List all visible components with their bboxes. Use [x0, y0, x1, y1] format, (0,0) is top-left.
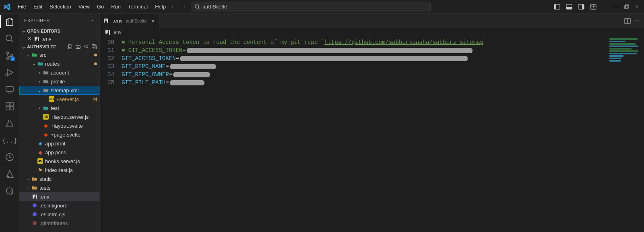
open-editor-item[interactable]: ✕ .env	[19, 34, 99, 43]
window-restore-icon[interactable]	[624, 4, 629, 9]
sidebar: EXPLORER ⋯ ⌄ OPEN EDITORS ✕ .env ⌄ AUTHS…	[19, 14, 100, 232]
title-bar: File Edit Selection View Go Run Terminal…	[0, 0, 644, 14]
activity-debug-icon[interactable]	[5, 68, 14, 77]
folder-icon	[43, 70, 49, 75]
tab-env[interactable]: .env authSvelte ✕	[100, 14, 159, 28]
project-header[interactable]: ⌄ AUTHSVELTE	[19, 43, 99, 50]
redacted-value	[170, 80, 204, 85]
activity-timeline-icon[interactable]	[5, 152, 14, 162]
tree-file-env[interactable]: .env	[19, 192, 99, 201]
refresh-icon[interactable]	[83, 44, 89, 50]
toggle-panel-bottom-icon[interactable]	[566, 4, 572, 10]
line-gutter: 30 31 32 33 34 35	[100, 37, 120, 232]
file-tree: ⌄src ⌄routes ›account ›profile ⌄sitemap.…	[19, 50, 99, 232]
tab-close-icon[interactable]: ✕	[151, 18, 155, 24]
tree-folder-sitemap[interactable]: ⌄sitemap.xml	[19, 86, 99, 95]
svg-rect-33	[93, 46, 96, 49]
window-minimize-icon[interactable]: —	[613, 4, 619, 10]
tree-file-hooks[interactable]: JShooks.server.js	[19, 157, 99, 166]
svg-point-16	[7, 58, 9, 60]
tree-folder-account[interactable]: ›account	[19, 68, 99, 77]
svg-rect-5	[566, 7, 572, 9]
js-file-icon: JS	[43, 114, 49, 120]
svg-rect-7	[582, 4, 584, 9]
test-file-icon: ⚑	[37, 167, 43, 173]
tree-file-gitattributes[interactable]: .gitattributes	[19, 219, 99, 228]
toggle-panel-left-icon[interactable]	[554, 4, 560, 10]
svg-rect-3	[554, 4, 556, 9]
nav-back-icon[interactable]: ←	[171, 4, 176, 10]
menu-selection[interactable]: Selection	[46, 2, 74, 11]
menu-view[interactable]: View	[75, 2, 93, 11]
activity-extensions-icon[interactable]	[5, 102, 14, 111]
activity-search-icon[interactable]	[5, 34, 14, 44]
minimap[interactable]	[609, 38, 642, 66]
folder-icon	[43, 88, 49, 93]
env-file-icon	[35, 37, 39, 41]
tree-file-app-pcss[interactable]: ◆app.pcss	[19, 148, 99, 157]
activity-testing-icon[interactable]	[5, 118, 14, 128]
activity-source-control-icon[interactable]: 2	[5, 51, 14, 60]
nav-forward-icon[interactable]: →	[181, 4, 186, 10]
collapse-all-icon[interactable]	[91, 44, 97, 50]
tree-file-eslintignore[interactable]: .eslintignore	[19, 201, 99, 210]
new-folder-icon[interactable]	[75, 44, 81, 50]
tree-folder-test[interactable]: ›test	[19, 104, 99, 112]
new-file-icon[interactable]	[67, 44, 73, 50]
activity-azure-icon[interactable]	[5, 169, 14, 179]
svg-point-18	[6, 74, 8, 76]
svg-rect-24	[10, 107, 13, 110]
vscode-logo-icon	[3, 3, 10, 10]
tree-file-layout-svelte[interactable]: ◉+layout.svelte	[19, 121, 99, 130]
customize-layout-icon[interactable]	[590, 4, 597, 10]
editor-body[interactable]: 30 31 32 33 34 35 # Personal Access toke…	[100, 37, 644, 232]
menu-help[interactable]: Help	[152, 2, 169, 11]
window-close-icon[interactable]: ✕	[635, 4, 639, 10]
code-content[interactable]: # Personal Access token to read the cont…	[120, 37, 644, 232]
command-center[interactable]: authSvelte	[191, 2, 431, 12]
sidebar-more-icon[interactable]: ⋯	[90, 18, 95, 23]
tree-file-app-html[interactable]: ◆app.html	[19, 139, 99, 148]
menu-file[interactable]: File	[14, 2, 29, 11]
toggle-panel-right-icon[interactable]	[578, 4, 584, 10]
svg-line-14	[11, 40, 13, 42]
activity-docker-icon[interactable]	[5, 186, 14, 196]
modified-indicator: M	[93, 97, 97, 102]
env-file-icon	[104, 19, 110, 23]
menu-run[interactable]: Run	[108, 2, 124, 11]
svg-point-0	[195, 4, 199, 8]
breadcrumb[interactable]: .env	[100, 28, 644, 37]
tree-file-layout-server[interactable]: JS+layout.server.js	[19, 112, 99, 121]
svg-line-1	[198, 8, 200, 9]
tree-folder-static[interactable]: ›static	[19, 174, 99, 183]
tree-file-server-js[interactable]: JS+server.jsM	[19, 95, 99, 104]
activity-explorer-icon[interactable]	[5, 17, 14, 27]
tree-folder-tests[interactable]: ›tests	[19, 183, 99, 192]
env-file-icon	[105, 30, 110, 35]
tree-folder-src[interactable]: ⌄src	[19, 50, 99, 59]
modified-dot-icon	[94, 54, 97, 56]
split-editor-icon[interactable]	[624, 18, 631, 24]
menu-go[interactable]: Go	[94, 2, 107, 11]
tree-folder-routes[interactable]: ⌄routes	[19, 59, 99, 68]
svg-point-15	[7, 52, 9, 54]
svg-rect-11	[625, 6, 628, 9]
modified-dot-icon	[94, 62, 97, 65]
more-actions-icon[interactable]: ⋯	[635, 18, 640, 24]
redacted-value	[180, 56, 468, 61]
close-icon[interactable]: ✕	[27, 36, 32, 41]
activity-json-icon[interactable]: {..}	[5, 135, 14, 145]
js-file-icon: JS	[37, 158, 43, 164]
svg-rect-21	[6, 103, 9, 106]
open-editors-header[interactable]: ⌄ OPEN EDITORS	[19, 27, 99, 34]
activity-remote-icon[interactable]	[5, 85, 14, 94]
tree-file-page-svelte[interactable]: ◉+page.svelte	[19, 130, 99, 139]
command-center-text: authSvelte	[202, 4, 227, 10]
tree-file-index-test[interactable]: ⚑index.test.js	[19, 166, 99, 174]
tree-file-eslintrc[interactable]: .eslintrc.cjs	[19, 210, 99, 219]
menu-edit[interactable]: Edit	[30, 2, 45, 11]
menu-terminal[interactable]: Terminal	[125, 2, 151, 11]
chevron-down-icon: ⌄	[22, 28, 25, 33]
svg-rect-19	[6, 87, 13, 91]
tree-folder-profile[interactable]: ›profile	[19, 77, 99, 86]
